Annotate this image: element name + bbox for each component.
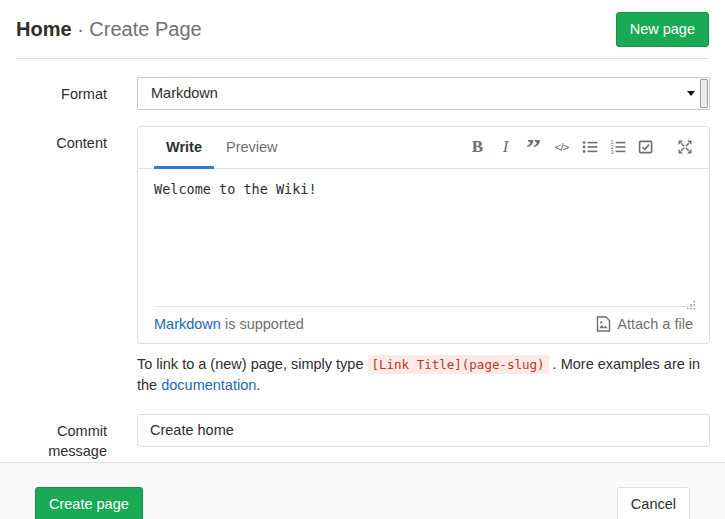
task-list-icon[interactable] <box>637 136 654 158</box>
markdown-link[interactable]: Markdown <box>154 316 221 332</box>
content-textarea[interactable]: Welcome to the Wiki! <box>138 169 709 306</box>
breadcrumb-home: Home <box>16 18 72 40</box>
commit-message-label: Commit message <box>16 414 107 461</box>
italic-icon[interactable]: I <box>497 136 514 158</box>
page-header: Home · Create Page New page <box>16 0 709 59</box>
numbered-list-icon[interactable]: 1 2 3 <box>609 136 626 158</box>
content-label: Content <box>16 126 107 396</box>
editor-divider <box>154 306 693 307</box>
link-syntax-code: [Link Title](page-slug) <box>368 355 549 374</box>
svg-text:3: 3 <box>610 149 613 155</box>
format-label: Format <box>16 77 107 110</box>
quote-icon[interactable]: ” <box>525 140 542 154</box>
formatting-toolbar: B I ” </> <box>458 127 693 168</box>
editor-area: Welcome to the Wiki! <box>138 169 709 306</box>
tab-write[interactable]: Write <box>154 127 214 168</box>
attach-file-label: Attach a file <box>617 316 693 332</box>
commit-message-input[interactable] <box>137 414 710 447</box>
form-actions: Create page Cancel <box>0 462 725 519</box>
content-row: Content Write Preview B I ” </> <box>16 126 710 396</box>
editor-tabs: Write Preview <box>154 127 290 168</box>
editor-toolbar: Write Preview B I ” </> <box>138 127 709 169</box>
code-icon[interactable]: </> <box>553 136 570 158</box>
commit-message-row: Commit message <box>16 414 710 461</box>
help-text-end: . <box>256 377 260 393</box>
new-page-button[interactable]: New page <box>616 12 709 47</box>
help-text-before: To link to a (new) page, simply type <box>137 356 368 372</box>
link-help-text: To link to a (new) page, simply type [Li… <box>137 354 710 396</box>
breadcrumb-create-page: · Create Page <box>77 18 202 40</box>
markdown-editor: Write Preview B I ” </> <box>137 126 710 344</box>
bold-icon[interactable]: B <box>469 136 486 158</box>
cancel-button[interactable]: Cancel <box>617 487 690 519</box>
create-page-form: Format Markdown Content Write Preview <box>0 77 725 461</box>
format-select-value: Markdown <box>151 85 218 101</box>
fullscreen-icon[interactable] <box>676 136 693 158</box>
markdown-supported-note: Markdown is supported <box>154 316 304 332</box>
attach-file-button[interactable]: Attach a file <box>596 316 693 332</box>
create-page-button[interactable]: Create page <box>35 487 143 519</box>
documentation-link[interactable]: documentation <box>161 377 256 393</box>
editor-footer: Markdown is supported Attach a file <box>138 307 709 343</box>
bullet-list-icon[interactable] <box>581 136 598 158</box>
breadcrumb: Home · Create Page <box>16 18 202 41</box>
format-select[interactable]: Markdown <box>137 77 710 110</box>
tab-preview[interactable]: Preview <box>214 127 290 168</box>
resize-grip-icon[interactable] <box>686 297 696 313</box>
supported-text: is supported <box>221 316 304 332</box>
chevron-down-icon <box>687 91 695 96</box>
select-scroll-strip <box>700 79 708 108</box>
format-row: Format Markdown <box>16 77 710 110</box>
image-file-icon <box>596 316 611 332</box>
wiki-create-page: Home · Create Page New page Format Markd… <box>0 0 725 519</box>
